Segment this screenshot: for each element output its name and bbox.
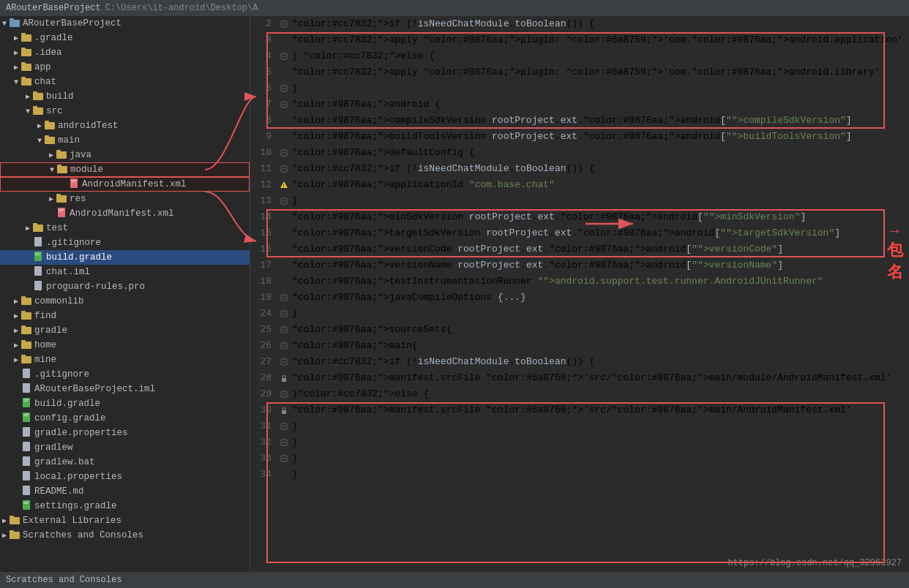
code-line-8: 8 "color:#9876aa;">compileSdkVersion roo… [250,113,909,129]
line-number: 5 [250,64,276,80]
gutter-icon [276,451,292,467]
sidebar-item-root-gradle-properties[interactable]: gradle.properties [0,426,250,440]
sidebar-item-chat-src-main-manifest[interactable]: AndroidManifest.xml [0,206,250,221]
sidebar-item-root-config-gradle[interactable]: config.gradle [0,411,250,426]
code-text: "color:#9876aa;">compileSdkVersion rootP… [292,113,909,129]
tree-item-label: gradlew.bat [34,457,250,467]
svg-rect-48 [23,369,30,378]
svg-rect-5 [21,48,26,50]
sidebar-item-chat-src-main-module[interactable]: ▼module [0,162,250,177]
code-line-10: 10 "color:#9876aa;">defaultConfig { [250,145,909,161]
line-number: 28 [250,370,276,386]
sidebar-item-chat-gitignore[interactable]: .gitignore [0,235,250,250]
sidebar-item-root-arouter-iml[interactable]: ARouterBaseProject.iml [0,382,250,396]
svg-rect-53 [23,412,30,422]
line-number: 8 [250,113,276,129]
gutter-icon [276,161,292,177]
sidebar-item-root-gradlew[interactable]: gradlew [0,440,250,455]
sidebar-item-chat-build-gradle[interactable]: build.gradle [0,250,250,265]
tree-item-label: find [34,311,250,321]
code-line-4: 4} "color:#cc7832;">else { [250,48,909,64]
line-number: 25 [250,322,276,338]
tree-item-label: commonlib [34,296,250,306]
sidebar-item-external-libraries[interactable]: ▶External Libraries [0,513,250,528]
sidebar-item-chat-src-main-java[interactable]: ▶java [0,148,250,162]
sidebar-item-chat[interactable]: ▼chat [0,75,250,89]
tree-item-label: Scratches and Consoles [23,530,250,540]
svg-rect-26 [56,194,61,197]
tree-item-label: README.md [34,486,250,497]
sidebar-item-chat-test[interactable]: ▶test [0,221,250,235]
code-line-12: 12! "color:#9876aa;">applicationId "com.… [250,177,909,193]
code-text: "color:#9876aa;">javaCompileOptions {...… [292,290,909,306]
sidebar-item-scratches[interactable]: ▶Scratches and Consoles [0,528,250,543]
gutter-icon [276,386,292,402]
sidebar-item-root-gradlew-bat[interactable]: gradlew.bat [0,455,250,470]
gradle-icon [20,412,32,424]
tree-item-label: ARouterBaseProject [23,18,250,29]
gutter-icon [276,80,292,97]
svg-rect-97 [282,410,286,414]
gradle-icon [20,500,32,512]
sidebar-item-mine[interactable]: ▶mine [0,353,250,367]
tree-item-label: AndroidManifest.xml [70,208,250,219]
code-wrapper[interactable]: → 包名 2"color:#cc7832;">if (!isNeedChatMo… [250,16,909,572]
sidebar-item-project-root[interactable]: ▼ARouterBaseProject [0,16,250,31]
tree-item-label: res [70,194,250,204]
code-text: "color:#cc7832;">if (!isNeedChatModule.t… [292,161,909,177]
gutter-icon [276,32,292,48]
code-text: }"color:#cc7832;">else { [292,386,909,402]
svg-text:!: ! [282,184,285,189]
sidebar-item-chat-src-main-res[interactable]: ▶res [0,192,250,206]
line-number: 33 [250,451,276,467]
sidebar-item-chat-src-main-module-manifest[interactable]: AndroidManifest.xml [0,177,250,192]
sidebar-item-find[interactable]: ▶find [0,309,250,323]
code-line-15: 15 "color:#9876aa;">targetSdkVersion roo… [250,225,909,241]
svg-rect-27 [58,208,65,217]
folder-icon [32,106,44,117]
sidebar-item-chat-build[interactable]: ▶build [0,89,250,104]
code-text: "color:#9876aa;">targetSdkVersion rootPr… [292,225,909,241]
sidebar-item-idea[interactable]: ▶.idea [0,45,250,60]
svg-rect-1 [10,18,14,21]
sidebar-item-root-settings-gradle[interactable]: settings.gradle [0,499,250,513]
sidebar-item-root-build-gradle[interactable]: build.gradle [0,396,250,411]
sidebar: ▼ARouterBaseProject▶.gradle▶.idea▶app▼ch… [0,16,250,572]
iml-icon [20,383,32,395]
svg-rect-23 [71,180,77,181]
sidebar-item-chat-iml[interactable]: chat.iml [0,265,250,279]
sidebar-item-chat-src-androidtest[interactable]: ▶androidTest [0,118,250,133]
sidebar-item-root-readme[interactable]: README.md [0,484,250,499]
tree-item-label: local.properties [34,472,250,482]
tree-item-label: test [46,223,250,233]
svg-rect-13 [33,106,37,109]
code-line-18: 18 "color:#9876aa;">testInstrumentationR… [250,274,909,290]
sidebar-item-gradle-folder[interactable]: ▶gradle [0,323,250,338]
sidebar-item-commonlib[interactable]: ▶commonlib [0,294,250,309]
code-line-5: 5 "color:#cc7832;">apply "color:#9876aa;… [250,64,909,80]
sidebar-item-chat-src-main[interactable]: ▼main [0,133,250,148]
code-line-16: 16 "color:#9876aa;">versionCode rootProj… [250,241,909,257]
sidebar-item-home[interactable]: ▶home [0,338,250,353]
line-number: 2 [250,16,276,32]
project-title: ARouterBaseProject [6,3,101,13]
sidebar-item-app[interactable]: ▶app [0,60,250,75]
code-text: } [292,193,909,209]
sidebar-item-root-local-properties[interactable]: local.properties [0,470,250,484]
tree-item-label: gradle [34,325,250,336]
tree-item-label: build.gradle [46,252,250,263]
sidebar-item-chat-src[interactable]: ▼src [0,104,250,118]
svg-rect-41 [21,311,26,314]
sidebar-item-root-gitignore[interactable]: .gitignore [0,367,250,382]
line-number: 15 [250,225,276,241]
svg-rect-19 [56,150,61,153]
tree-arrow-icon: ▶ [23,224,32,233]
sidebar-item-gradle[interactable]: ▶.gradle [0,31,250,45]
tree-item-label: build.gradle [34,399,250,409]
folder-icon [44,121,56,132]
folder-icon [9,516,20,527]
code-text: "color:#9876aa;">sourceSets{ [292,322,909,338]
gutter-icon [276,97,292,113]
code-text: "color:#9876aa;">applicationId "com.base… [292,177,909,193]
sidebar-item-chat-proguard[interactable]: proguard-rules.pro [0,279,250,294]
